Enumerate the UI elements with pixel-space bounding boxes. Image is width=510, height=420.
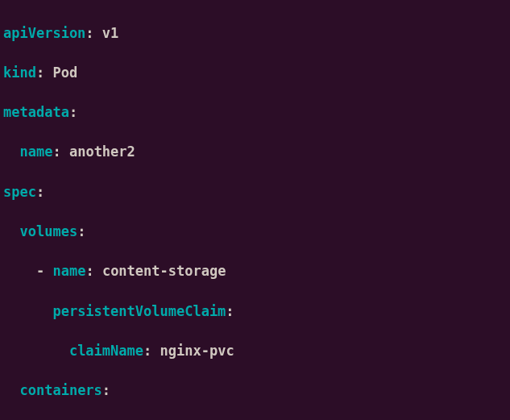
code-line: - name: content-storage [3,261,510,281]
code-line: apiVersion: v1 [3,23,510,44]
yaml-key: name [52,263,85,279]
yaml-key: spec [3,184,36,200]
yaml-key: containers [19,382,102,398]
code-line: persistentVolumeClaim: [3,301,510,322]
code-line: volumes: [3,222,510,242]
yaml-value: another2 [69,143,135,160]
yaml-key: claimName [69,343,143,359]
yaml-key: kind [3,64,36,81]
yaml-key: persistentVolumeClaim [52,303,226,319]
yaml-value: nginx-pvc [160,343,234,359]
code-editor: apiVersion: v1 kind: Pod metadata: name:… [0,0,510,420]
yaml-value: v1 [102,25,118,41]
code-line: claimName: nginx-pvc [3,341,510,361]
yaml-value: Pod [52,64,77,81]
code-line: metadata: [3,102,510,123]
yaml-key: apiVersion [3,25,85,41]
yaml-key: name [19,143,52,160]
code-line: name: another2 [3,142,510,162]
code-line: spec: [3,182,510,202]
code-line: kind: Pod [3,63,510,83]
yaml-value: content-storage [102,263,226,279]
yaml-key: metadata [3,104,69,120]
yaml-key: volumes [19,223,77,239]
code-line: containers: [3,380,510,401]
